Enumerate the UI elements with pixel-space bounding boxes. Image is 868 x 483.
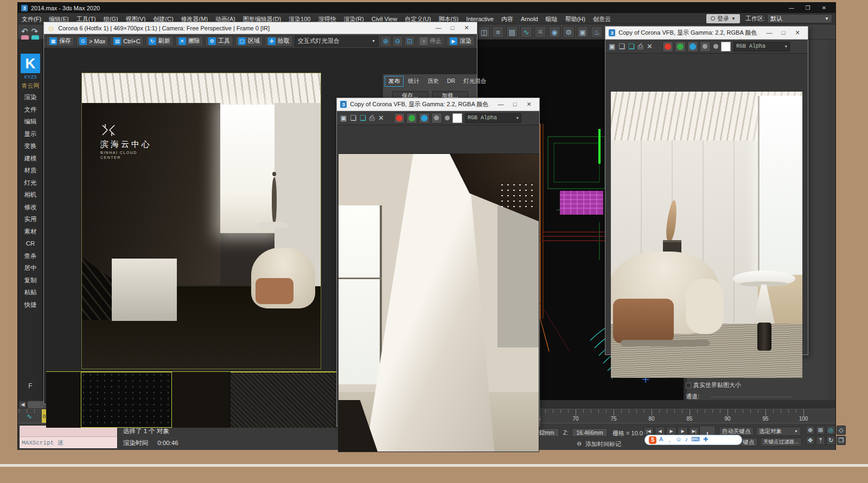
app-minimize-icon[interactable]: — <box>783 3 800 13</box>
lightmix-dropdown[interactable]: 交互式灯光混合 ▼ <box>295 36 379 47</box>
channel-dropdown[interactable]: RGB Alpha ▼ <box>465 113 521 123</box>
mic-icon[interactable]: ♪ <box>685 436 688 444</box>
zoom-icon[interactable]: ⊕ <box>806 426 815 435</box>
vfb-pick-button[interactable]: ✜拾取 <box>265 36 293 47</box>
sidebar-item[interactable]: CR <box>18 237 43 250</box>
menu-item[interactable]: 文件(F) <box>18 16 45 22</box>
sidebar-item[interactable]: 灯光 <box>18 177 43 189</box>
sogou-input-bar[interactable]: S A，☺♪⌨✚ <box>644 435 742 445</box>
panel-tab[interactable]: 灯光混合 <box>459 76 490 87</box>
layer-manager-icon[interactable]: ▤ <box>506 26 518 38</box>
vfb-copy-button[interactable]: ▤Ctrl+C <box>110 36 143 47</box>
mono-channel-button[interactable] <box>700 41 711 52</box>
copy-image-icon[interactable]: ❏ <box>350 114 356 123</box>
clone-vfb-icon[interactable]: ❏ <box>628 42 635 51</box>
app-close-icon[interactable]: ✕ <box>816 3 832 13</box>
red-channel-button[interactable] <box>394 113 405 124</box>
emoji-icon[interactable]: ☺ <box>675 436 681 444</box>
vfb-to-max-button[interactable]: G> Max <box>76 36 108 47</box>
sidebar-item[interactable]: 快捷 <box>18 299 43 311</box>
set-key-button[interactable]: 键点 <box>739 437 758 447</box>
channel-dropdown[interactable]: RGB Alpha ▼ <box>733 42 790 51</box>
render-button[interactable]: ▶ 渲染 <box>446 36 475 47</box>
vfb-region-button[interactable]: ▢区域 <box>235 36 263 47</box>
sidebar-item[interactable]: 修改 <box>18 201 43 214</box>
sidebar-item[interactable]: 素材 <box>18 226 43 238</box>
mono-channel-button[interactable] <box>431 113 442 124</box>
copy-image-icon[interactable]: ❏ <box>618 42 625 51</box>
align-icon[interactable]: ≡ <box>492 26 504 38</box>
menu-item[interactable]: 内容 <box>497 16 517 22</box>
green-channel-button[interactable] <box>406 113 417 124</box>
red-channel-button[interactable] <box>662 41 673 52</box>
vfb-tools-button[interactable]: ⚙工具 <box>205 36 233 47</box>
maximize-icon[interactable]: □ <box>776 29 790 36</box>
stop-button[interactable]: ▪ 停止 <box>417 36 445 47</box>
vfb3-title-bar[interactable]: 3 Copy of Corona VFB, 显示 Gamma: 2.2, RGB… <box>605 27 808 40</box>
sidebar-item[interactable]: 显示 <box>18 128 43 140</box>
menu-item[interactable]: Arnold <box>517 16 542 22</box>
close-icon[interactable]: ✕ <box>790 29 805 36</box>
sidebar-item[interactable]: 相机 <box>18 189 43 201</box>
sidebar-item[interactable]: 居中 <box>18 262 43 274</box>
field-of-view-icon[interactable]: ◇ <box>837 426 846 435</box>
minimize-icon[interactable]: — <box>762 29 776 36</box>
sidebar-item[interactable]: 复制 <box>18 274 43 287</box>
sidebar-item[interactable]: 材质 <box>18 164 43 177</box>
pan-icon[interactable]: ✥ <box>806 436 815 445</box>
workspace-select[interactable]: 默认 ▼ <box>767 14 832 23</box>
material-editor-icon[interactable]: ◉ <box>548 26 560 38</box>
panel-tab[interactable]: 历史 <box>424 76 443 87</box>
graph-editor-icon[interactable]: ∿ <box>520 26 532 38</box>
zoom-all-icon[interactable]: ⊞ <box>816 426 825 435</box>
maximize-icon[interactable]: □ <box>508 101 522 108</box>
menu-item[interactable]: 暄哒 <box>542 16 561 22</box>
save-image-icon[interactable]: ▣ <box>340 114 347 123</box>
sidebar-item[interactable]: 建模 <box>18 152 43 165</box>
walk-through-icon[interactable]: ⇡ <box>816 436 825 445</box>
sidebar-item[interactable]: 变换 <box>18 140 43 152</box>
k-plugin-logo[interactable]: K <box>21 54 40 73</box>
z-coord-field[interactable]: 16.466mm <box>572 428 608 437</box>
schematic-view-icon[interactable]: ⌗ <box>534 26 546 38</box>
real-world-checkbox[interactable] <box>686 383 691 388</box>
toolbox-icon[interactable]: ✚ <box>703 436 708 444</box>
login-button[interactable]: 登录 ▼ <box>706 14 740 23</box>
panel-tab[interactable]: DR <box>443 76 459 87</box>
vfb1-title-bar[interactable]: ☺ Corona 6 (Hotfix 1) | 469×700px (1:1) … <box>44 22 477 34</box>
clear-icon[interactable]: ✕ <box>647 42 653 51</box>
punctuation-icon[interactable]: ， <box>666 436 672 444</box>
rendered-frame-icon[interactable]: ▣ <box>577 26 589 38</box>
minimize-icon[interactable]: — <box>431 24 445 31</box>
previous-frame-arrow-icon[interactable]: ◀ <box>19 401 27 408</box>
panel-tab[interactable]: 发布 <box>385 76 404 87</box>
background-color-swatch[interactable] <box>452 113 462 123</box>
menu-item[interactable]: 帮助(H) <box>561 16 589 22</box>
sidebar-item[interactable]: 文件 <box>18 104 43 116</box>
print-icon[interactable]: ⎙ <box>638 42 643 51</box>
maxscript-mini-listener[interactable]: MAXScript 迷 <box>19 425 118 449</box>
sidebar-item[interactable]: 编辑 <box>18 115 43 128</box>
alpha-channel-icon[interactable] <box>713 44 718 49</box>
blue-channel-button[interactable] <box>687 41 698 52</box>
menu-item[interactable]: 创意云 <box>589 16 615 22</box>
time-tag-icon[interactable]: ⊖ <box>577 440 582 447</box>
save-image-icon[interactable]: ▣ <box>609 42 615 51</box>
background-color-swatch[interactable] <box>721 42 731 51</box>
input-mode-icon[interactable]: A <box>659 436 663 444</box>
vfb-zoom-in-button[interactable]: ⊕ <box>380 36 391 47</box>
print-icon[interactable]: ⎙ <box>369 114 375 123</box>
zoom-extents-icon[interactable]: ◎ <box>826 426 835 435</box>
vfb-save-button[interactable]: ▦保存 <box>46 36 74 47</box>
render-setup-icon[interactable]: ⚙ <box>563 26 575 38</box>
vfb-zoom-out-button[interactable]: ⊖ <box>392 36 403 47</box>
clone-vfb-icon[interactable]: ❏ <box>360 114 366 123</box>
vfb-zoom-fit-button[interactable]: ⊡ <box>404 36 415 47</box>
orbit-icon[interactable]: ↻ <box>826 436 835 445</box>
vfb-erase-button[interactable]: ✕擦除 <box>175 36 203 47</box>
mirror-icon[interactable]: ◫ <box>478 26 490 38</box>
sidebar-item[interactable]: 渲染 <box>18 91 43 104</box>
panel-tab[interactable]: 统计 <box>404 76 423 87</box>
sidebar-item[interactable]: 粘贴 <box>18 286 43 299</box>
selection-filter-dropdown[interactable]: 选定对象 ▼ <box>756 427 801 436</box>
